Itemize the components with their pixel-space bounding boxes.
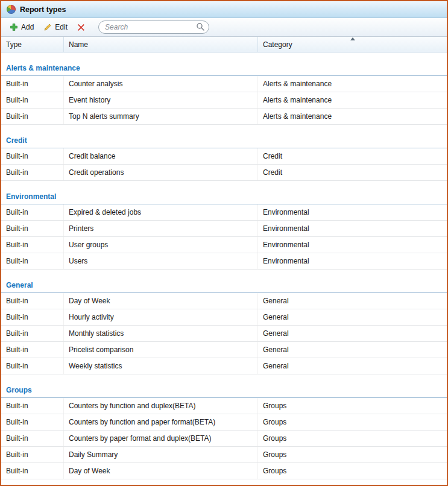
table-row[interactable]: Built-inTop N alerts summaryAlerts & mai… [1, 109, 447, 125]
titlebar: Report types [1, 1, 447, 18]
pie-chart-icon [7, 5, 16, 14]
report-types-window: Report types Add Edit Ty [0, 0, 448, 486]
cell-category: Environmental [257, 221, 447, 236]
column-header-name-label: Name [69, 40, 88, 49]
cell-type: Built-in [1, 165, 63, 180]
cell-name: Counters by function and paper format(BE… [63, 414, 257, 430]
cell-name: Users [63, 253, 257, 269]
cell-category: Groups [257, 414, 447, 430]
group-header[interactable]: Environmental [1, 189, 447, 204]
cell-name: Day of Week [63, 463, 257, 479]
table-row[interactable]: Built-inWeekly statisticsGeneral [1, 358, 447, 374]
cell-name: Daily Summary [63, 447, 257, 462]
red-x-icon [77, 24, 85, 31]
table-row[interactable]: Built-inDay of WeekGeneral [1, 293, 447, 309]
search-icon[interactable] [196, 22, 205, 31]
group-section: Alerts & maintenanceBuilt-inCounter anal… [1, 61, 447, 125]
edit-button-label: Edit [55, 23, 68, 31]
delete-button[interactable] [72, 21, 90, 34]
cell-type: Built-in [1, 148, 63, 164]
table-row[interactable]: Built-inEvent historyAlerts & maintenanc… [1, 92, 447, 109]
cell-type: Built-in [1, 447, 63, 462]
search-input[interactable] [98, 21, 209, 34]
cell-category: Groups [257, 431, 447, 446]
cell-name: Pricelist comparison [63, 342, 257, 358]
cell-category: General [257, 293, 447, 309]
cell-type: Built-in [1, 92, 63, 108]
cell-name: Credit balance [63, 148, 257, 164]
table-row[interactable]: Built-inCounter analysisAlerts & mainten… [1, 76, 447, 92]
table-row[interactable]: Built-inDaily SummaryGroups [1, 447, 447, 463]
group-section: CreditBuilt-inCredit balanceCreditBuilt-… [1, 133, 447, 181]
group-header[interactable]: Credit [1, 133, 447, 148]
cell-type: Built-in [1, 293, 63, 309]
group-section: EnvironmentalBuilt-inExpired & deleted j… [1, 189, 447, 270]
column-header-category[interactable]: Category [257, 37, 447, 52]
cell-name: Weekly statistics [63, 358, 257, 374]
cell-type: Built-in [1, 342, 63, 358]
grid-body: Alerts & maintenanceBuilt-inCounter anal… [1, 52, 447, 485]
group-header[interactable]: Groups [1, 383, 447, 398]
cell-name: Monthly statistics [63, 326, 257, 341]
table-row[interactable]: Built-inCounters by function and paper f… [1, 414, 447, 431]
cell-name: Counters by function and duplex(BETA) [63, 398, 257, 414]
cell-category: General [257, 309, 447, 325]
cell-type: Built-in [1, 398, 63, 414]
table-row[interactable]: Built-inMonthly statisticsGeneral [1, 326, 447, 342]
table-row[interactable]: Built-inUser groupsEnvironmental [1, 237, 447, 253]
table-row[interactable]: Built-inPrintersEnvironmental [1, 221, 447, 237]
group-header[interactable]: Alerts & maintenance [1, 61, 447, 76]
cell-category: Credit [257, 148, 447, 164]
sort-ascending-arrow-icon [350, 37, 355, 40]
pencil-icon [43, 23, 52, 31]
table-row[interactable]: Built-inHourly activityGeneral [1, 309, 447, 326]
table-row[interactable]: Built-inCounters by paper format and dup… [1, 431, 447, 447]
cell-category: Environmental [257, 204, 447, 220]
cell-type: Built-in [1, 326, 63, 341]
cell-category: Alerts & maintenance [257, 76, 447, 92]
table-row[interactable]: Built-inCredit operationsCredit [1, 165, 447, 181]
cell-category: Environmental [257, 253, 447, 269]
cell-category: General [257, 326, 447, 341]
cell-type: Built-in [1, 414, 63, 430]
cell-name: Printers [63, 221, 257, 236]
cell-name: Expired & deleted jobs [63, 204, 257, 220]
table-row[interactable]: Built-inPricelist comparisonGeneral [1, 342, 447, 358]
cell-type: Built-in [1, 221, 63, 236]
cell-name: Counters by paper format and duplex(BETA… [63, 431, 257, 446]
cell-category: General [257, 342, 447, 358]
cell-name: Counter analysis [63, 76, 257, 92]
cell-type: Built-in [1, 358, 63, 374]
cell-category: Groups [257, 447, 447, 462]
cell-name: Top N alerts summary [63, 109, 257, 124]
column-header-category-label: Category [263, 40, 292, 49]
add-icon [10, 23, 18, 31]
group-section: GeneralBuilt-inDay of WeekGeneralBuilt-i… [1, 278, 447, 374]
cell-type: Built-in [1, 204, 63, 220]
cell-category: Environmental [257, 237, 447, 253]
add-button[interactable]: Add [5, 21, 39, 34]
edit-button[interactable]: Edit [39, 21, 72, 34]
cell-category: Alerts & maintenance [257, 109, 447, 124]
table-row[interactable]: Built-inExpired & deleted jobsEnvironmen… [1, 204, 447, 221]
cell-category: Groups [257, 463, 447, 479]
group-header[interactable]: General [1, 278, 447, 293]
cell-category: General [257, 358, 447, 374]
cell-type: Built-in [1, 253, 63, 269]
table-row[interactable]: Built-inDay of WeekGroups [1, 463, 447, 479]
group-section: GroupsBuilt-inCounters by function and d… [1, 383, 447, 479]
cell-category: Credit [257, 165, 447, 180]
cell-name: Event history [63, 92, 257, 108]
table-row[interactable]: Built-inCounters by function and duplex(… [1, 398, 447, 414]
cell-name: User groups [63, 237, 257, 253]
cell-type: Built-in [1, 237, 63, 253]
toolbar: Add Edit [1, 18, 447, 37]
column-header-name[interactable]: Name [63, 37, 257, 52]
table-row[interactable]: Built-inCredit balanceCredit [1, 148, 447, 165]
cell-name: Credit operations [63, 165, 257, 180]
column-headers: Type Name Category [1, 37, 447, 52]
column-header-type[interactable]: Type [1, 37, 63, 52]
table-row[interactable]: Built-inUsersEnvironmental [1, 253, 447, 270]
window-title: Report types [20, 5, 66, 14]
cell-type: Built-in [1, 309, 63, 325]
